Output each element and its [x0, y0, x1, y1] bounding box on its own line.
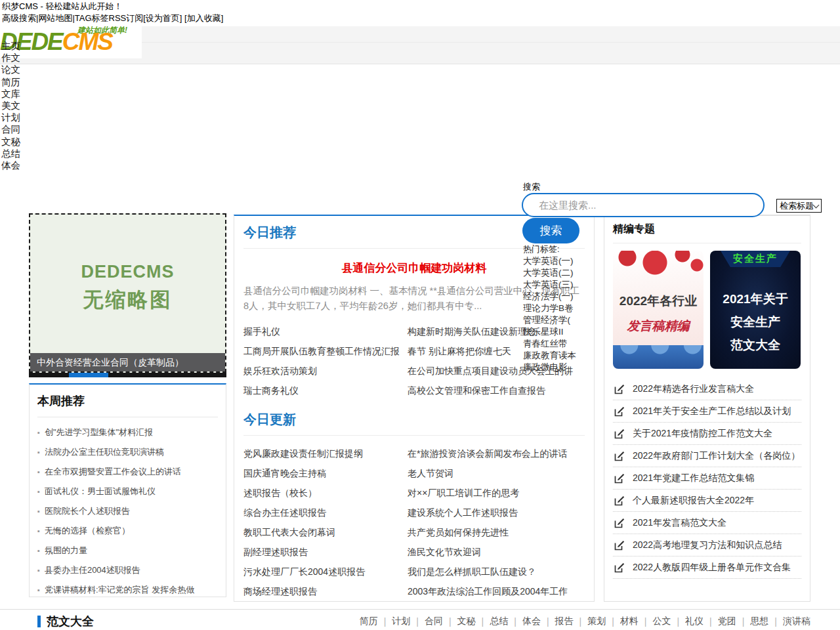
- article-link[interactable]: 国庆通宵晚会主持稿: [243, 463, 408, 483]
- tag-link[interactable]: 大学英语(三): [523, 279, 576, 291]
- list-item[interactable]: ▪医院院长个人述职报告: [37, 501, 218, 521]
- slideshow-thumbnail[interactable]: DEDECMS 无缩略图 中外合资经营企业合同（皮革制品）: [29, 213, 226, 373]
- nav-item-wenmi[interactable]: 文秘: [1, 136, 20, 148]
- article-link[interactable]: 对××厂职工培训工作的思考: [408, 483, 585, 503]
- topic-card-safety-2021[interactable]: 安全生产 2021年关于 安全生产 范文大全: [710, 251, 801, 369]
- topic-link[interactable]: 2022年政府部门工作计划大全（各岗位）: [613, 445, 801, 467]
- article-link[interactable]: 2003年政法综治工作回顾及2004年工作: [408, 581, 585, 601]
- slideshow-caption[interactable]: 中外合资经营企业合同（皮革制品）: [30, 353, 225, 371]
- search-button[interactable]: 搜索: [522, 218, 579, 243]
- article-link[interactable]: 述职报告（校长）: [243, 483, 408, 503]
- site-logo[interactable]: 建站如此简单! DEDECMS: [0, 25, 142, 58]
- article-link[interactable]: 渔民文化节欢迎词: [408, 542, 585, 562]
- nav-item-jihua[interactable]: 计划: [1, 112, 20, 123]
- separator: |: [742, 616, 745, 627]
- article-link[interactable]: 党风廉政建设责任制汇报提纲: [243, 444, 408, 463]
- category-link[interactable]: 礼仪: [685, 616, 704, 627]
- category-link[interactable]: 演讲稿: [783, 616, 810, 627]
- list-item[interactable]: ▪党课讲稿材料:牢记党的宗旨 发挥余热做: [37, 580, 218, 600]
- category-link[interactable]: 报告: [555, 616, 574, 627]
- bullet-icon: ▪: [37, 448, 40, 456]
- nav-item-zuowen[interactable]: 作文: [1, 52, 20, 64]
- article-link[interactable]: 在*旅游投资洽谈会新闻发布会上的讲话: [408, 444, 585, 463]
- category-link[interactable]: 材料: [620, 616, 639, 627]
- list-item[interactable]: ▪面试礼仪：男士面试服饰礼仪: [37, 482, 218, 501]
- article-link[interactable]: 污水处理厂厂长2004述职报告: [243, 562, 408, 581]
- separator: |: [644, 616, 647, 627]
- topic-link[interactable]: 2021年党建工作总结范文集锦: [613, 467, 801, 490]
- week-recommend-list: ▪创"先进学习型集体"材料汇报 ▪法院办公室主任职位竞职演讲稿 ▪在全市双拥暨安…: [37, 423, 218, 600]
- nav-item-jianli[interactable]: 简历: [1, 76, 20, 88]
- tag-link[interactable]: 廉政教育读本: [523, 350, 576, 362]
- nav-item-wenku[interactable]: 文库: [1, 88, 20, 100]
- article-link[interactable]: 老人节贺词: [408, 463, 585, 483]
- separator: |: [449, 616, 452, 627]
- topic-link[interactable]: 个人最新述职报告大全2022年: [613, 490, 801, 512]
- bullet-icon: ▪: [37, 429, 40, 436]
- tag-link[interactable]: 理论力学B卷: [523, 303, 576, 314]
- category-link[interactable]: 体会: [522, 616, 541, 627]
- category-link[interactable]: 总结: [490, 616, 508, 627]
- category-link[interactable]: 策划: [587, 616, 606, 627]
- article-link[interactable]: 我们是怎么样抓职工队伍建设？: [408, 562, 585, 581]
- topic-link[interactable]: 2022人教版四年级上册各单元作文合集: [613, 556, 801, 579]
- category-link[interactable]: 简历: [360, 616, 378, 627]
- tag-link[interactable]: 廉政微电影: [523, 362, 576, 373]
- nav-item-lunwen[interactable]: 论文: [1, 64, 20, 75]
- nav-item-tihui[interactable]: 体会: [1, 159, 20, 171]
- divider: [613, 243, 801, 243]
- top-links-row[interactable]: 高级搜索|网站地图|TAG标签RSS订阅[设为首页] [加入收藏]: [2, 12, 223, 24]
- card-badge: 安全生产: [721, 251, 790, 267]
- topic-link[interactable]: 2022年精选各行业发言稿大全: [613, 378, 801, 400]
- search-input[interactable]: [522, 193, 765, 217]
- tag-link[interactable]: 管理经济学(: [523, 314, 576, 326]
- card-title-line: 发言稿精编: [613, 318, 704, 335]
- article-link[interactable]: 高校公文管理和保密工作自查报告: [408, 381, 585, 400]
- bullet-icon: ▪: [37, 468, 40, 476]
- topic-link[interactable]: 2021年关于安全生产工作总结以及计划: [613, 400, 801, 423]
- list-item[interactable]: ▪法院办公室主任职位竞职演讲稿: [37, 442, 218, 462]
- article-link[interactable]: 瑞士商务礼仪: [243, 381, 408, 400]
- bullet-icon: ▪: [37, 507, 40, 515]
- category-link[interactable]: 文秘: [457, 616, 476, 627]
- nav-item-zongjie[interactable]: 总结: [1, 148, 20, 159]
- article-link[interactable]: 副经理述职报告: [243, 542, 408, 562]
- list-item[interactable]: ▪无悔的选择（检察官）: [37, 521, 218, 541]
- article-link[interactable]: 商场经理述职报告: [243, 581, 408, 601]
- article-link[interactable]: 娱乐狂欢活动策划: [243, 361, 408, 381]
- topic-card-speeches-2022[interactable]: 2022年各行业 发言稿精编: [613, 251, 704, 369]
- article-link[interactable]: 共产党员如何保持先进性: [408, 522, 585, 542]
- search-label: 搜索: [523, 181, 540, 193]
- category-link[interactable]: 计划: [392, 616, 410, 627]
- list-item[interactable]: ▪在全市双拥暨安置工作会议上的讲话: [37, 462, 218, 482]
- article-link[interactable]: 教职工代表大会闭幕词: [243, 522, 408, 542]
- list-item[interactable]: ▪创"先进学习型集体"材料汇报: [37, 423, 218, 442]
- category-link[interactable]: 合同: [425, 616, 443, 627]
- article-link[interactable]: 建设系统个人工作述职报告: [408, 503, 585, 522]
- category-link[interactable]: 党团: [718, 616, 736, 627]
- list-item[interactable]: ▪氛围的力量: [37, 541, 218, 560]
- tag-link[interactable]: 青春红丝带: [523, 338, 576, 350]
- article-link[interactable]: 握手礼仪: [243, 322, 408, 341]
- slideshow-pager-active[interactable]: [69, 373, 108, 377]
- article-link[interactable]: 工商局开展队伍教育整顿工作情况汇报: [243, 341, 408, 361]
- nav-item-home[interactable]: 主页: [1, 40, 20, 52]
- list-item[interactable]: ▪县委办主任2004述职报告: [37, 560, 218, 580]
- search-type-select[interactable]: 检索标题: [776, 199, 822, 213]
- article-link[interactable]: 综合办主任述职报告: [243, 503, 408, 522]
- tag-link[interactable]: 大学英语(一): [523, 255, 576, 267]
- site-tagline: 织梦CMS - 轻松建站从此开始！: [2, 1, 122, 12]
- topic-link[interactable]: 关于2021年疫情防控工作范文大全: [613, 423, 801, 445]
- topics-title: 精编专题: [613, 222, 801, 236]
- tag-link[interactable]: 快乐星球II: [523, 326, 576, 338]
- tag-link[interactable]: 大学英语(二): [523, 267, 576, 279]
- category-link[interactable]: 思想: [750, 616, 768, 627]
- nav-item-meiwen[interactable]: 美文: [1, 100, 20, 112]
- tag-link[interactable]: 经济法学(一): [523, 291, 576, 303]
- topic-link[interactable]: 2021年发言稿范文大全: [613, 512, 801, 534]
- category-link[interactable]: 公文: [652, 616, 671, 627]
- updates-links-grid: 党风廉政建设责任制汇报提纲在*旅游投资洽谈会新闻发布会上的讲话 国庆通宵晚会主持…: [243, 444, 585, 601]
- topic-link[interactable]: 2022高考地理复习方法和知识点总结: [613, 534, 801, 556]
- nav-item-hetong[interactable]: 合同: [1, 123, 20, 135]
- edit-icon: [614, 384, 625, 394]
